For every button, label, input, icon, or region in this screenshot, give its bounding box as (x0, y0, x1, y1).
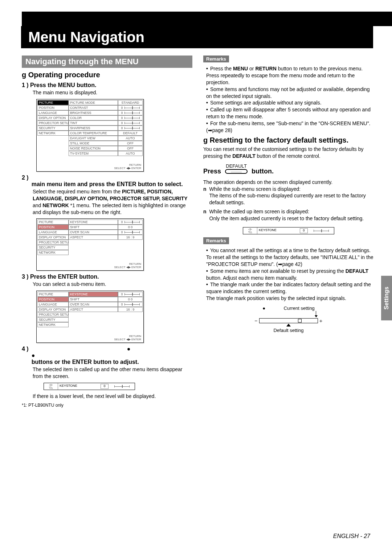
page-footer: ENGLISH - 27 (333, 533, 370, 539)
menu-left-item: PICTURE (37, 292, 69, 297)
menu-row-value: 0 (118, 115, 143, 120)
reset-body: You can reset most of the customised set… (203, 146, 374, 160)
menu-left-item: LANGUAGE (37, 230, 69, 235)
menu-row-value: 0 (118, 292, 143, 297)
menu-row-value: 0 (118, 219, 143, 225)
menu-row-label: KEYSTONE (69, 219, 118, 225)
menu-row-value: STANDARD (118, 100, 143, 105)
menu-row-label: KEYSTONE (69, 292, 118, 297)
menu-row-label: NOISE REDUCTION (69, 146, 118, 151)
remark-item: Some settings are adjustable without any… (206, 99, 374, 106)
menu-row-label: SHIFT (69, 225, 118, 230)
step2-heading: 2 ) main menu item and press the ENTER b… (22, 175, 192, 188)
remark-item: For the sub-menu items, see "Sub-menu" i… (206, 120, 374, 134)
menu-left-item: LANGUAGE (37, 110, 69, 115)
n-list-item: nWhile the sub-menu screen is displayed:… (203, 186, 374, 206)
menu-row-label: COLOR (69, 115, 118, 120)
remark-item: The triangle mark under the bar indicate… (206, 281, 374, 302)
remarks-list-2: You cannot reset all the settings at a t… (203, 247, 374, 302)
step3-body: You can select a sub-menu item. (33, 281, 192, 288)
menu-row-label: COLOR TEMPERATURE (69, 131, 118, 136)
menu-left-item: LANGUAGE (37, 302, 69, 307)
menu-row-label: STILL MODE (69, 141, 118, 146)
menu-row-label: PICTURE MODE (69, 100, 118, 105)
menu-left-item: POSITION (37, 105, 69, 110)
menu-left-item: PROJECTOR SETUP (37, 240, 69, 245)
menu-left-item: SECURITY (37, 245, 69, 250)
menu-left-item: PROJECTOR SETUP (37, 120, 69, 126)
setting-diagram: ● Current setting − ＋ Default setting (203, 305, 374, 333)
menu-left-item: DISPLAY OPTION (37, 235, 69, 240)
operating-procedure-heading: g Operating procedure (22, 71, 192, 79)
menu-left-item: PICTURE (37, 219, 69, 225)
side-tab-settings: Settings (381, 276, 392, 320)
menu-row-value: 16 : 9 (118, 307, 143, 312)
remark-item: Called up item will disappear after 5 se… (206, 106, 374, 120)
remark-item: Some menu items are not available to res… (206, 268, 374, 282)
step4-body: The selected item is called up and the o… (33, 366, 192, 380)
step4-body2: If there is a lower level, the next leve… (33, 393, 192, 400)
menu-row-label: SHIFT (69, 297, 118, 302)
step3-heading: 3 ) Press the ENTER button. (22, 274, 192, 280)
reset-heading: g Resetting to the factory default setti… (203, 136, 374, 144)
menu-row-value: DEFAULT (118, 131, 143, 136)
menu-row-label: BRIGHTNESS (69, 110, 118, 115)
step1-body: The main menu is displayed. (33, 89, 192, 96)
remark-item: Press the MENU or RETURN button to retur… (206, 65, 374, 86)
step4-keystone-strip: ◁▷▽△ KEYSTONE 0 (44, 383, 135, 390)
menu-left-item: NETWORK (37, 131, 69, 136)
menu-row-value: 16 : 9 (118, 235, 143, 240)
default-button-graphic: DEFAULT (225, 169, 248, 174)
menu-left-item: NETWORK (37, 250, 69, 255)
menu-row-value: 0 (118, 302, 143, 307)
menu-left-item: PROJECTOR SETUP (37, 312, 69, 317)
menu-left-item: NETWORK (37, 322, 69, 327)
reset-keystone-strip: ◁▷▽△ KEYSTONE 0 (243, 227, 334, 234)
remarks-label-1: Remarks (203, 56, 229, 62)
remark-item: Some items and functions may not be adju… (206, 86, 374, 100)
menu-row-label: ASPECT (69, 307, 118, 312)
reset-after: The operation depends on the screen disp… (203, 179, 374, 186)
n-list: nWhile the sub-menu screen is displayed:… (203, 186, 374, 222)
menu-left-item: DISPLAY OPTION (37, 115, 69, 120)
menu-row-label: DAYLIGHT VIEW (69, 136, 118, 141)
step2-body: Select the required menu item from the P… (33, 188, 192, 216)
menu-row-value: OFF (118, 146, 143, 151)
menu-row-label: SHARPNESS (69, 126, 118, 131)
menu-row-value: 0 0 (118, 297, 143, 302)
menu-row-value: AUTO (118, 136, 143, 141)
menu-row-value: 0 (118, 105, 143, 110)
remarks-list-1: Press the MENU or RETURN button to retur… (203, 65, 374, 134)
menu-left-item: SECURITY (37, 126, 69, 131)
menu-row-value: 0 (118, 110, 143, 115)
menu-row-value: 0 (118, 230, 143, 235)
menu-row-value: 0 (118, 120, 143, 126)
footnote: *1: PT-LB90NTU only (22, 403, 192, 408)
step1-menu: PICTURE POSITION LANGUAGE DISPLAY OPTION… (36, 99, 144, 172)
menu-row-label: OVER SCAN (69, 230, 118, 235)
menu-row-label: CONTRAST (69, 105, 118, 110)
menu-row-value: 0 0 (118, 225, 143, 230)
step2-menu: PICTURE POSITION LANGUAGE DISPLAY OPTION… (36, 218, 144, 271)
menu-row-value: AUTO (118, 151, 143, 156)
section-heading: Navigating through the MENU (22, 56, 192, 68)
menu-left-item: DISPLAY OPTION (37, 307, 69, 312)
menu-left-item: POSITION (37, 297, 69, 302)
remark-item: You cannot reset all the settings at a t… (206, 247, 374, 268)
press-default-line: Press DEFAULT button. (203, 168, 374, 175)
n-list-item: nWhile the called up item screen is disp… (203, 208, 374, 222)
menu-row-label: TV-SYSTEM (69, 151, 118, 156)
menu-left-item: SECURITY (37, 317, 69, 322)
menu-row-label: TINT (69, 120, 118, 126)
menu-row-label: ASPECT (69, 235, 118, 240)
menu-row-value: 0 (118, 126, 143, 131)
step4-heading: 4 ) ● ● buttons or the ENTER button to a… (22, 346, 192, 365)
step3-menu: PICTURE POSITION LANGUAGE DISPLAY OPTION… (36, 291, 144, 343)
step1-heading: 1 ) Press the MENU button. (22, 82, 192, 89)
menu-row-label: OVER SCAN (69, 302, 118, 307)
remarks-label-2: Remarks (203, 237, 229, 244)
menu-left-item: POSITION (37, 225, 69, 230)
menu-row-value: OFF (118, 141, 143, 146)
menu-left-item: PICTURE (37, 100, 69, 105)
page-title: Menu Navigation (21, 26, 373, 48)
